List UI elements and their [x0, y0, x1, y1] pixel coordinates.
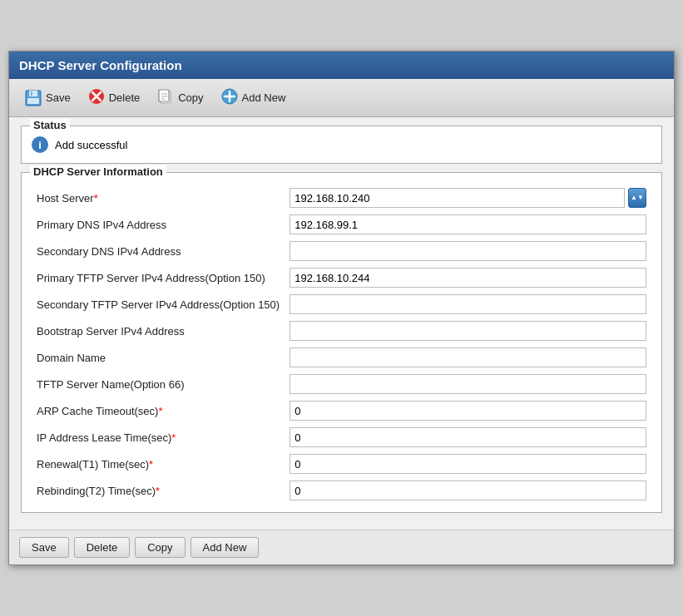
svg-rect-1	[29, 91, 37, 96]
field-value-cell	[285, 344, 651, 371]
copy-button[interactable]: Copy	[150, 84, 210, 111]
delete-label: Delete	[109, 91, 141, 104]
required-marker: *	[171, 431, 176, 444]
status-message: Add successful	[55, 139, 127, 151]
field-value-cell	[285, 477, 651, 504]
field-value-cell	[285, 238, 651, 264]
field-input-11[interactable]	[290, 480, 646, 500]
svg-rect-2	[27, 98, 39, 104]
form-row: Primary DNS IPv4 Address	[32, 211, 651, 238]
form-row: Rebinding(T2) Time(sec)*	[32, 477, 651, 504]
title-bar: DHCP Server Configuration	[9, 52, 674, 79]
field-value-cell	[285, 424, 651, 451]
save-icon	[24, 89, 42, 107]
form-row: Secondary TFTP Server IPv4 Address(Optio…	[32, 291, 651, 318]
bottom-delete-button[interactable]: Delete	[74, 537, 131, 558]
form-row: ARP Cache Timeout(sec)*	[32, 397, 651, 424]
field-input-8[interactable]	[290, 401, 646, 421]
copy-label: Copy	[178, 91, 203, 104]
field-label: Host Server*	[32, 185, 285, 211]
delete-icon	[87, 87, 106, 108]
svg-rect-8	[159, 90, 169, 101]
field-label: TFTP Server Name(Option 66)	[32, 371, 285, 397]
required-marker: *	[94, 192, 98, 205]
field-label: Secondary TFTP Server IPv4 Address(Optio…	[32, 291, 285, 318]
copy-icon	[156, 87, 175, 108]
required-marker: *	[158, 405, 162, 417]
required-marker: *	[149, 458, 153, 471]
form-row: Bootstrap Server IPv4 Address	[32, 318, 651, 344]
field-value-cell	[285, 371, 651, 397]
form-row: Primary TFTP Server IPv4 Address(Option …	[32, 264, 651, 291]
dhcp-form-table: Host Server*▲▼Primary DNS IPv4 AddressSe…	[32, 185, 651, 504]
field-label: Renewal(T1) Time(sec)*	[32, 451, 285, 477]
form-row: Secondary DNS IPv4 Address	[32, 238, 651, 264]
delete-button[interactable]: Delete	[81, 84, 147, 111]
dhcp-info-content: Host Server*▲▼Primary DNS IPv4 AddressSe…	[22, 173, 661, 512]
field-value-cell	[285, 264, 651, 291]
select-dropdown-button[interactable]: ▲▼	[628, 188, 646, 208]
field-input-6[interactable]	[290, 347, 646, 367]
status-section-label: Status	[30, 119, 70, 131]
status-section: Status i Add successful	[21, 126, 662, 164]
form-row: IP Address Lease Time(sec)*	[32, 424, 651, 451]
field-label: IP Address Lease Time(sec)*	[32, 424, 285, 451]
field-value-cell	[285, 318, 651, 344]
dhcp-info-section-label: DHCP Server Information	[30, 165, 166, 178]
field-input-4[interactable]	[290, 294, 646, 314]
field-label: Primary DNS IPv4 Address	[32, 211, 285, 238]
field-label: Rebinding(T2) Time(sec)*	[32, 477, 285, 504]
field-input-7[interactable]	[290, 374, 646, 394]
addnew-icon	[220, 87, 239, 108]
field-value-cell	[285, 451, 651, 477]
page-title: DHCP Server Configuration	[19, 58, 182, 72]
main-window: DHCP Server Configuration Save	[8, 51, 675, 565]
field-input-1[interactable]	[290, 214, 646, 234]
addnew-button[interactable]: Add New	[214, 84, 293, 111]
field-input-9[interactable]	[290, 427, 646, 447]
field-input-2[interactable]	[290, 241, 646, 261]
bottom-save-button[interactable]: Save	[19, 537, 69, 558]
field-input-3[interactable]	[290, 268, 646, 288]
field-label: Domain Name	[32, 344, 285, 371]
form-row: Host Server*▲▼	[32, 185, 651, 211]
save-label: Save	[46, 91, 71, 104]
select-wrap: ▲▼	[290, 188, 646, 208]
host-server-input[interactable]	[290, 188, 625, 208]
status-content: i Add successful	[22, 126, 661, 163]
field-label: Bootstrap Server IPv4 Address	[32, 318, 285, 344]
field-value-cell	[285, 291, 651, 318]
content-area: Status i Add successful DHCP Server Info…	[9, 117, 674, 530]
field-label: Secondary DNS IPv4 Address	[32, 238, 285, 264]
field-value-cell	[285, 211, 651, 238]
save-button[interactable]: Save	[17, 86, 77, 111]
dhcp-info-section: DHCP Server Information Host Server*▲▼Pr…	[21, 172, 662, 513]
field-label: ARP Cache Timeout(sec)*	[32, 397, 285, 424]
form-row: Domain Name	[32, 344, 651, 371]
info-icon: i	[32, 136, 48, 153]
field-label: Primary TFTP Server IPv4 Address(Option …	[32, 264, 285, 291]
form-row: Renewal(T1) Time(sec)*	[32, 451, 651, 477]
toolbar: Save Delete Copy	[9, 79, 674, 117]
bottom-addnew-button[interactable]: Add New	[191, 537, 260, 558]
bottom-toolbar: Save Delete Copy Add New	[9, 530, 674, 564]
form-row: TFTP Server Name(Option 66)	[32, 371, 651, 397]
bottom-copy-button[interactable]: Copy	[135, 537, 185, 558]
field-value-cell: ▲▼	[285, 185, 651, 211]
field-value-cell	[285, 397, 651, 424]
field-input-5[interactable]	[290, 321, 646, 341]
required-marker: *	[156, 485, 160, 497]
svg-rect-3	[31, 91, 32, 96]
field-input-10[interactable]	[290, 454, 646, 474]
addnew-label: Add New	[242, 91, 286, 104]
